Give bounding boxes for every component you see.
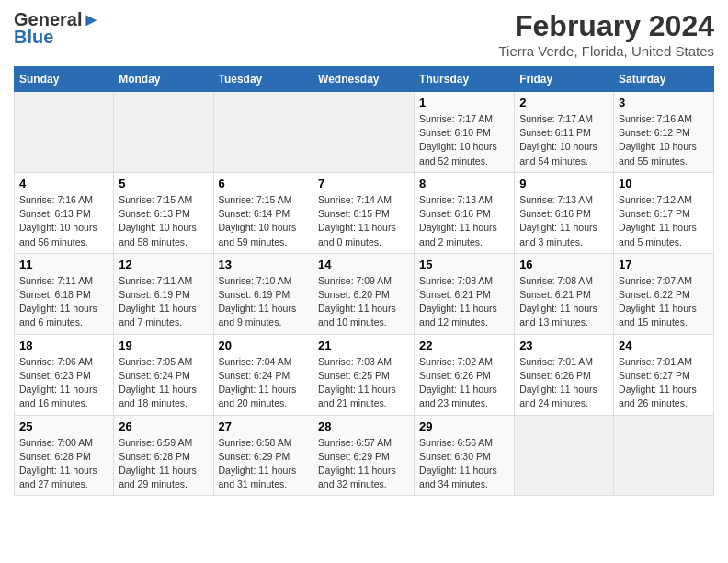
calendar-cell: 19Sunrise: 7:05 AM Sunset: 6:24 PM Dayli… <box>114 334 213 415</box>
calendar-table: SundayMondayTuesdayWednesdayThursdayFrid… <box>14 66 714 496</box>
day-number: 16 <box>519 258 609 271</box>
day-info: Sunrise: 7:08 AM Sunset: 6:21 PM Dayligh… <box>419 274 509 330</box>
day-number: 25 <box>19 419 108 433</box>
calendar-week-row: 4Sunrise: 7:16 AM Sunset: 6:13 PM Daylig… <box>15 172 714 253</box>
day-number: 12 <box>119 258 208 271</box>
calendar-cell: 26Sunrise: 6:59 AM Sunset: 6:28 PM Dayli… <box>114 415 213 496</box>
day-number: 15 <box>419 258 509 271</box>
day-info: Sunrise: 6:57 AM Sunset: 6:29 PM Dayligh… <box>318 436 409 492</box>
header-day-sunday: Sunday <box>15 67 114 92</box>
day-info: Sunrise: 7:09 AM Sunset: 6:20 PM Dayligh… <box>318 274 409 330</box>
day-number: 10 <box>619 177 709 190</box>
day-info: Sunrise: 7:14 AM Sunset: 6:15 PM Dayligh… <box>318 193 409 249</box>
day-number: 18 <box>19 339 108 352</box>
header-day-tuesday: Tuesday <box>213 67 313 92</box>
calendar-cell <box>15 92 114 173</box>
day-number: 17 <box>619 258 709 271</box>
day-info: Sunrise: 7:03 AM Sunset: 6:25 PM Dayligh… <box>318 355 409 411</box>
calendar-cell: 3Sunrise: 7:16 AM Sunset: 6:12 PM Daylig… <box>614 92 714 173</box>
calendar-cell: 6Sunrise: 7:15 AM Sunset: 6:14 PM Daylig… <box>213 172 313 253</box>
day-info: Sunrise: 7:13 AM Sunset: 6:16 PM Dayligh… <box>519 193 609 249</box>
day-number: 23 <box>519 339 609 352</box>
logo-arrow-icon: ► <box>82 9 100 30</box>
day-number: 20 <box>219 339 309 352</box>
month-title: February 2024 <box>498 9 714 43</box>
header: General ► Blue February 2024 Tierra Verd… <box>14 9 714 59</box>
calendar-week-row: 1Sunrise: 7:17 AM Sunset: 6:10 PM Daylig… <box>15 92 714 173</box>
day-number: 5 <box>119 177 208 190</box>
calendar-cell: 25Sunrise: 7:00 AM Sunset: 6:28 PM Dayli… <box>15 415 114 496</box>
day-number: 2 <box>519 96 609 109</box>
calendar-week-row: 18Sunrise: 7:06 AM Sunset: 6:23 PM Dayli… <box>15 334 714 415</box>
calendar-cell: 8Sunrise: 7:13 AM Sunset: 6:16 PM Daylig… <box>415 172 515 253</box>
logo: General ► Blue <box>14 9 100 48</box>
day-info: Sunrise: 7:05 AM Sunset: 6:24 PM Dayligh… <box>119 355 208 411</box>
day-info: Sunrise: 7:02 AM Sunset: 6:26 PM Dayligh… <box>419 355 509 411</box>
day-number: 6 <box>219 177 309 190</box>
day-info: Sunrise: 7:08 AM Sunset: 6:21 PM Dayligh… <box>519 274 609 330</box>
header-day-thursday: Thursday <box>415 67 515 92</box>
calendar-cell <box>213 92 313 173</box>
day-info: Sunrise: 7:07 AM Sunset: 6:22 PM Dayligh… <box>619 274 709 330</box>
day-number: 14 <box>318 258 409 271</box>
calendar-cell <box>614 415 714 496</box>
day-number: 3 <box>619 96 709 109</box>
header-day-friday: Friday <box>515 67 614 92</box>
header-day-wednesday: Wednesday <box>313 67 415 92</box>
day-number: 29 <box>419 419 509 433</box>
day-info: Sunrise: 6:59 AM Sunset: 6:28 PM Dayligh… <box>119 436 208 492</box>
calendar-cell: 5Sunrise: 7:15 AM Sunset: 6:13 PM Daylig… <box>114 172 213 253</box>
calendar-week-row: 25Sunrise: 7:00 AM Sunset: 6:28 PM Dayli… <box>15 415 714 496</box>
day-number: 22 <box>419 339 509 352</box>
day-info: Sunrise: 7:16 AM Sunset: 6:13 PM Dayligh… <box>19 193 108 249</box>
calendar-cell: 20Sunrise: 7:04 AM Sunset: 6:24 PM Dayli… <box>213 334 313 415</box>
calendar-cell <box>515 415 614 496</box>
day-info: Sunrise: 7:17 AM Sunset: 6:11 PM Dayligh… <box>519 112 609 168</box>
day-info: Sunrise: 7:12 AM Sunset: 6:17 PM Dayligh… <box>619 193 709 249</box>
calendar-cell: 27Sunrise: 6:58 AM Sunset: 6:29 PM Dayli… <box>213 415 313 496</box>
day-number: 4 <box>19 177 108 190</box>
day-info: Sunrise: 7:10 AM Sunset: 6:19 PM Dayligh… <box>219 274 309 330</box>
day-number: 28 <box>318 419 409 433</box>
day-info: Sunrise: 7:17 AM Sunset: 6:10 PM Dayligh… <box>419 112 509 168</box>
calendar-cell: 16Sunrise: 7:08 AM Sunset: 6:21 PM Dayli… <box>515 253 614 334</box>
day-number: 7 <box>318 177 409 190</box>
calendar-cell: 1Sunrise: 7:17 AM Sunset: 6:10 PM Daylig… <box>415 92 515 173</box>
day-info: Sunrise: 7:04 AM Sunset: 6:24 PM Dayligh… <box>219 355 309 411</box>
calendar-cell: 10Sunrise: 7:12 AM Sunset: 6:17 PM Dayli… <box>614 172 714 253</box>
calendar-cell: 22Sunrise: 7:02 AM Sunset: 6:26 PM Dayli… <box>415 334 515 415</box>
day-number: 19 <box>119 339 208 352</box>
calendar-cell: 4Sunrise: 7:16 AM Sunset: 6:13 PM Daylig… <box>15 172 114 253</box>
day-info: Sunrise: 7:01 AM Sunset: 6:26 PM Dayligh… <box>519 355 609 411</box>
day-info: Sunrise: 7:11 AM Sunset: 6:19 PM Dayligh… <box>119 274 208 330</box>
day-info: Sunrise: 7:00 AM Sunset: 6:28 PM Dayligh… <box>19 436 108 492</box>
day-info: Sunrise: 7:16 AM Sunset: 6:12 PM Dayligh… <box>619 112 709 168</box>
calendar-cell: 28Sunrise: 6:57 AM Sunset: 6:29 PM Dayli… <box>313 415 415 496</box>
day-info: Sunrise: 6:56 AM Sunset: 6:30 PM Dayligh… <box>419 436 509 492</box>
calendar-cell: 7Sunrise: 7:14 AM Sunset: 6:15 PM Daylig… <box>313 172 415 253</box>
day-info: Sunrise: 6:58 AM Sunset: 6:29 PM Dayligh… <box>219 436 309 492</box>
day-number: 26 <box>119 419 208 433</box>
day-number: 24 <box>619 339 709 352</box>
calendar-cell: 23Sunrise: 7:01 AM Sunset: 6:26 PM Dayli… <box>515 334 614 415</box>
day-info: Sunrise: 7:15 AM Sunset: 6:13 PM Dayligh… <box>119 193 208 249</box>
location-title: Tierra Verde, Florida, United States <box>498 43 714 59</box>
day-number: 21 <box>318 339 409 352</box>
day-info: Sunrise: 7:01 AM Sunset: 6:27 PM Dayligh… <box>619 355 709 411</box>
day-number: 9 <box>519 177 609 190</box>
header-day-saturday: Saturday <box>614 67 714 92</box>
day-number: 8 <box>419 177 509 190</box>
day-info: Sunrise: 7:11 AM Sunset: 6:18 PM Dayligh… <box>19 274 108 330</box>
header-day-monday: Monday <box>114 67 213 92</box>
calendar-cell: 9Sunrise: 7:13 AM Sunset: 6:16 PM Daylig… <box>515 172 614 253</box>
day-number: 13 <box>219 258 309 271</box>
calendar-cell <box>114 92 213 173</box>
calendar-cell: 14Sunrise: 7:09 AM Sunset: 6:20 PM Dayli… <box>313 253 415 334</box>
day-number: 11 <box>19 258 108 271</box>
calendar-week-row: 11Sunrise: 7:11 AM Sunset: 6:18 PM Dayli… <box>15 253 714 334</box>
calendar-cell: 29Sunrise: 6:56 AM Sunset: 6:30 PM Dayli… <box>415 415 515 496</box>
logo-blue-text: Blue <box>14 27 53 48</box>
calendar-header-row: SundayMondayTuesdayWednesdayThursdayFrid… <box>15 67 714 92</box>
calendar-cell: 13Sunrise: 7:10 AM Sunset: 6:19 PM Dayli… <box>213 253 313 334</box>
calendar-cell: 11Sunrise: 7:11 AM Sunset: 6:18 PM Dayli… <box>15 253 114 334</box>
